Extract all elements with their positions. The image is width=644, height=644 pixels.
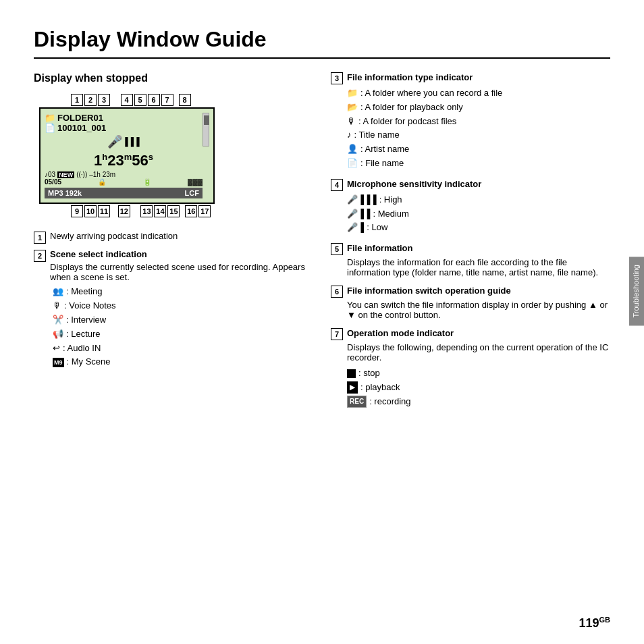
- item-3-sublist: 📁: A folder where you can record a file …: [347, 86, 610, 171]
- track-position: 05/05: [45, 178, 61, 186]
- scene-lecture: 📢: Lecture: [53, 327, 311, 342]
- scene-voice-notes: 🎙: Voice Notes: [53, 299, 311, 313]
- num-5: 5: [134, 94, 146, 106]
- num-17: 17: [198, 205, 211, 217]
- num-8: 8: [179, 94, 191, 106]
- device-mockup: 1 2 3 4 5 6 7 8: [34, 94, 263, 217]
- num-2: 2: [84, 94, 97, 106]
- item-2-body: Displays the currently selected scene us…: [50, 262, 311, 282]
- folder-playback-icon: 📂: [347, 101, 358, 115]
- item-3-header: 3 File information type indicator: [331, 72, 610, 84]
- scene-interview: ✂️: Interview: [53, 313, 311, 327]
- num-14: 14: [154, 205, 166, 217]
- stop-label: : stop: [358, 367, 380, 381]
- scrollbar[interactable]: [203, 113, 209, 146]
- screen-file-row: 📄 100101_001: [45, 123, 203, 133]
- item-7-header: 7 Operation mode indicator: [331, 328, 610, 340]
- recording-label: : recording: [369, 395, 410, 409]
- page-title: Display Window Guide: [34, 27, 610, 59]
- page-number: 119: [579, 616, 599, 630]
- item-7-body: Displays the following, depending on the…: [347, 342, 610, 363]
- device-screen: 📁 FOLDER01 📄 100101_001: [39, 107, 215, 204]
- audio-in-icon: ↩: [53, 342, 60, 356]
- folder-podcast-icon: 🎙: [347, 115, 356, 129]
- item-4-num: 4: [331, 179, 343, 191]
- page-footer: 119GB: [579, 616, 610, 630]
- item-6-title: File information switch operation guide: [347, 286, 511, 296]
- ftype-artist: 👤: Artist name: [347, 142, 610, 157]
- item-2: 2 Scene select indication Displays the c…: [34, 249, 311, 369]
- filter-label: LCF: [185, 189, 199, 197]
- item-5-header: 5 File information: [331, 243, 610, 255]
- battery-full: ▓▓▓: [188, 178, 203, 186]
- num-10: 10: [84, 205, 97, 217]
- lock-icon: 🔒: [98, 178, 106, 186]
- num-9: 9: [71, 205, 83, 217]
- playback-label: : playback: [360, 381, 400, 395]
- content-area: Display when stopped 1 2 3 4 5 6 7 8: [34, 72, 610, 624]
- item-7-title: Operation mode indicator: [347, 328, 454, 338]
- rec-icon: REC: [347, 396, 367, 408]
- num-13: 13: [140, 205, 153, 217]
- scene-meeting: 👥: Meeting: [53, 285, 311, 299]
- item-7-num: 7: [331, 328, 343, 340]
- op-stop: : stop: [347, 367, 610, 381]
- item-1-title: Newly arriving podcast indication: [50, 231, 178, 241]
- folder-record-icon: 📁: [347, 86, 358, 101]
- item-5: 5 File information Displays the informat…: [331, 243, 610, 277]
- item-2-num: 2: [34, 250, 46, 262]
- scene-audio-in: ↩: Audio IN: [53, 342, 311, 356]
- right-column: 3 File information type indicator 📁: A f…: [331, 72, 610, 624]
- left-column: Display when stopped 1 2 3 4 5 6 7 8: [34, 72, 311, 624]
- item-6-header: 6 File information switch operation guid…: [331, 286, 610, 298]
- mic-row: 🎤▐▐▐: [45, 133, 203, 151]
- item-4-title: Microphone sensitivity indicator: [347, 179, 481, 189]
- screen-folder-row: 📁 FOLDER01: [45, 113, 203, 123]
- screen-bottom-bar: MP3 192k LCF: [45, 188, 203, 198]
- lecture-icon: 📢: [53, 327, 63, 342]
- meeting-icon: 👥: [53, 285, 63, 299]
- item-4-sublist: 🎤▐▐▐: High 🎤▐▐: Medium 🎤▐: Low: [347, 193, 610, 235]
- ftype-title: ♪: Title name: [347, 128, 610, 142]
- title-icon: ♪: [347, 128, 352, 142]
- scrollbar-thumb: [204, 115, 209, 125]
- voice-icon: 🎙: [53, 299, 61, 313]
- item-6: 6 File information switch operation guid…: [331, 286, 610, 320]
- mic-medium: 🎤▐▐: Medium: [347, 207, 610, 221]
- play-icon: ▶: [347, 381, 358, 394]
- num-15: 15: [167, 205, 180, 217]
- item-1: 1 Newly arriving podcast indication: [34, 231, 311, 244]
- file-icon: 📄: [347, 157, 358, 171]
- file-name: 100101_001: [57, 123, 106, 133]
- item-5-body: Displays the information for each file a…: [347, 257, 610, 277]
- wireless-icon: ((·)): [76, 171, 87, 178]
- mic-low-icon: 🎤▐: [347, 221, 364, 235]
- item-3: 3 File information type indicator 📁: A f…: [331, 72, 610, 171]
- file-folder-icon: 📄: [45, 123, 55, 133]
- device-row: 📁 FOLDER01 📄 100101_001: [34, 107, 263, 204]
- item-2-text: Scene select indication Displays the cur…: [50, 249, 311, 369]
- num-12: 12: [118, 205, 130, 217]
- num-11: 11: [98, 205, 110, 217]
- item-6-num: 6: [331, 286, 343, 298]
- item-1-text: Newly arriving podcast indication: [50, 231, 178, 241]
- section-title: Display when stopped: [34, 72, 311, 84]
- mic-low: 🎤▐: Low: [347, 221, 610, 235]
- item-2-sublist: 👥: Meeting 🎙: Voice Notes ✂️: Interview …: [53, 285, 311, 369]
- item-1-num: 1: [34, 232, 46, 244]
- mic-high: 🎤▐▐▐: High: [347, 193, 610, 207]
- my-scene-icon: M9: [53, 358, 64, 367]
- title-name-label: : Title name: [354, 128, 400, 142]
- folder-icon: 📁: [45, 113, 55, 123]
- mic-icon: 🎤: [107, 134, 122, 149]
- bottom-numbers: 9 10 11 12 13 14 15 16 17: [34, 205, 263, 217]
- num-16: 16: [185, 205, 197, 217]
- battery-status: 🔋: [143, 178, 151, 186]
- scene-my-scene: M9 : My Scene: [53, 355, 311, 369]
- item-3-num: 3: [331, 72, 343, 84]
- ftype-file: 📄: File name: [347, 157, 610, 171]
- remaining-time: –1h 23m: [89, 171, 115, 178]
- my-scene-label: : My Scene: [67, 355, 111, 369]
- mic-medium-icon: 🎤▐▐: [347, 207, 370, 221]
- screen-time: 1h23m56s: [45, 151, 203, 171]
